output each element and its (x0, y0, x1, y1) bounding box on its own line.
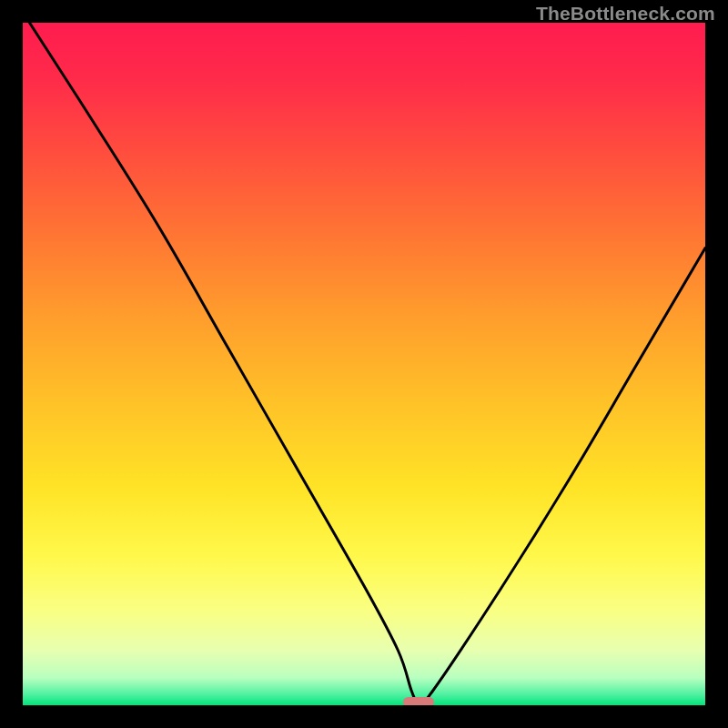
plot-area (23, 23, 705, 705)
outer-frame: TheBottleneck.com (0, 0, 728, 728)
watermark-label: TheBottleneck.com (536, 3, 715, 25)
optimum-marker (403, 697, 434, 705)
bottleneck-curve (23, 23, 705, 705)
